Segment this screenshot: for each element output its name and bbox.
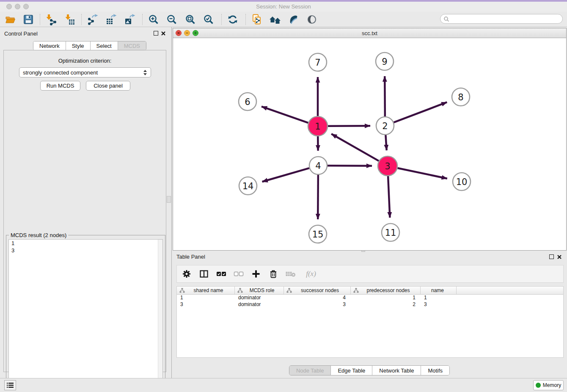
graph-edge-4-3[interactable] bbox=[328, 166, 372, 166]
task-history-button[interactable] bbox=[4, 380, 16, 390]
function-builder-button[interactable]: f(x) bbox=[303, 268, 319, 280]
graph-edge-2-3[interactable] bbox=[385, 135, 386, 150]
graph-node-14[interactable]: 14 bbox=[239, 177, 257, 195]
import-table-button[interactable] bbox=[62, 13, 78, 26]
zoom-selected-button[interactable] bbox=[201, 13, 217, 26]
zoom-in-icon bbox=[148, 14, 160, 25]
toggle-panes-button[interactable] bbox=[198, 268, 209, 280]
float-panel-icon[interactable] bbox=[154, 31, 158, 36]
graph-edge-4-14[interactable] bbox=[262, 168, 309, 182]
close-panel-icon[interactable] bbox=[161, 31, 166, 36]
column-header-successor-nodes[interactable]: successor nodes bbox=[284, 287, 351, 294]
create-column-button[interactable] bbox=[250, 268, 261, 280]
open-session-button[interactable] bbox=[3, 13, 19, 26]
graph-node-10[interactable]: 10 bbox=[453, 173, 471, 190]
zoom-in-button[interactable] bbox=[146, 13, 162, 26]
column-header-name[interactable]: name bbox=[421, 287, 457, 294]
graphics-details-icon bbox=[288, 14, 300, 25]
table-row[interactable]: 3dominator323 bbox=[177, 301, 563, 308]
run-mcds-button[interactable]: Run MCDS bbox=[40, 81, 80, 91]
birdseye-view-button[interactable] bbox=[304, 13, 320, 26]
table-cell[interactable]: 4 bbox=[284, 295, 351, 301]
column-header-shared-name[interactable]: shared name bbox=[177, 287, 235, 294]
control-panel-tabs: Network Style Select MCDS bbox=[33, 41, 146, 50]
table-cell[interactable]: 2 bbox=[351, 301, 421, 308]
zoom-fit-button[interactable] bbox=[182, 13, 198, 26]
tab-network[interactable]: Network bbox=[33, 41, 66, 50]
vertical-splitter-handle[interactable] bbox=[167, 196, 171, 203]
mcds-result-list[interactable]: 1 3 bbox=[8, 239, 163, 392]
graph-edge-2-9[interactable] bbox=[385, 76, 385, 116]
optimization-criterion-select[interactable]: strongly connected component bbox=[19, 67, 151, 77]
apply-layout-button[interactable] bbox=[267, 13, 283, 26]
column-header-predecessor-nodes[interactable]: predecessor nodes bbox=[351, 287, 421, 294]
select-all-columns-button[interactable] bbox=[216, 268, 227, 280]
table-cell[interactable]: 1 bbox=[421, 295, 457, 301]
graph-edge-3-10[interactable] bbox=[397, 168, 447, 179]
delete-column-button[interactable] bbox=[268, 268, 279, 280]
node-label: 9 bbox=[382, 57, 387, 67]
table-cell[interactable]: 1 bbox=[351, 295, 421, 301]
network-view-window: scc.txt 7968124314101511 bbox=[173, 28, 567, 251]
tab-edge-table[interactable]: Edge Table bbox=[331, 366, 372, 375]
table-cell[interactable]: dominator bbox=[235, 295, 284, 301]
table-row[interactable]: 1dominator411 bbox=[177, 295, 563, 301]
graph-edge-1-6[interactable] bbox=[261, 107, 308, 123]
table-cell[interactable]: dominator bbox=[235, 301, 284, 308]
table-cell[interactable]: 3 bbox=[284, 301, 351, 308]
save-session-button[interactable] bbox=[20, 13, 36, 26]
graph-edge-4-15[interactable] bbox=[318, 175, 318, 219]
search-icon bbox=[443, 16, 449, 22]
close-table-panel-icon[interactable] bbox=[557, 254, 562, 259]
table-cell[interactable]: 1 bbox=[177, 295, 235, 301]
graph-node-3[interactable]: 3 bbox=[378, 156, 397, 176]
graph-edge-3-1[interactable] bbox=[331, 134, 379, 161]
graphics-details-button[interactable] bbox=[286, 13, 302, 26]
column-header-mcds-role[interactable]: MCDS role bbox=[235, 287, 284, 294]
import-network-button[interactable] bbox=[43, 13, 59, 26]
graph-node-7[interactable]: 7 bbox=[309, 53, 327, 71]
table-toolbar: f(x) bbox=[176, 265, 564, 283]
titlebar: Session: New Session bbox=[0, 2, 567, 12]
search-input[interactable] bbox=[449, 15, 562, 23]
select-chevrons-icon bbox=[143, 69, 147, 76]
graph-node-1[interactable]: 1 bbox=[308, 116, 328, 136]
export-table-button[interactable] bbox=[103, 13, 119, 26]
table-cell[interactable]: 3 bbox=[421, 301, 457, 308]
graph-node-8[interactable]: 8 bbox=[452, 88, 470, 106]
graph-node-11[interactable]: 11 bbox=[382, 224, 399, 241]
graph-node-9[interactable]: 9 bbox=[376, 52, 394, 70]
delete-table-button[interactable] bbox=[285, 268, 296, 280]
tab-node-table[interactable]: Node Table bbox=[289, 366, 331, 375]
tab-motifs[interactable]: Motifs bbox=[421, 366, 449, 375]
network-window-titlebar[interactable]: scc.txt bbox=[173, 28, 566, 38]
network-window-title: scc.txt bbox=[173, 30, 566, 36]
result-scrollbar[interactable] bbox=[158, 240, 162, 392]
graph-edge-2-8[interactable] bbox=[394, 102, 447, 122]
tab-mcds[interactable]: MCDS bbox=[118, 41, 146, 50]
deselect-all-columns-button[interactable] bbox=[233, 268, 244, 280]
close-panel-button[interactable]: Close panel bbox=[86, 81, 130, 91]
refresh-layout-button[interactable] bbox=[225, 13, 241, 26]
graph-edge-1-2[interactable] bbox=[328, 126, 370, 126]
graph-node-4[interactable]: 4 bbox=[309, 157, 327, 174]
mcds-result-title: MCDS result (2 nodes) bbox=[9, 232, 68, 238]
graph-edge-3-11[interactable] bbox=[388, 176, 390, 218]
float-table-panel-icon[interactable] bbox=[549, 254, 554, 259]
zoom-out-button[interactable] bbox=[164, 13, 180, 26]
table-cell[interactable]: 3 bbox=[177, 301, 235, 308]
network-canvas[interactable]: 7968124314101511 bbox=[173, 38, 566, 250]
memory-button[interactable]: Memory bbox=[533, 380, 564, 390]
export-image-button[interactable] bbox=[122, 13, 138, 26]
graph-node-6[interactable]: 6 bbox=[239, 93, 256, 110]
export-network-button[interactable] bbox=[85, 13, 101, 26]
tab-style[interactable]: Style bbox=[66, 41, 91, 50]
tab-select[interactable]: Select bbox=[91, 41, 118, 50]
result-line: 3 bbox=[9, 247, 162, 254]
node-label: 8 bbox=[458, 92, 463, 102]
tab-network-table[interactable]: Network Table bbox=[372, 366, 421, 375]
graph-node-15[interactable]: 15 bbox=[309, 225, 327, 243]
clone-network-button[interactable] bbox=[249, 13, 265, 26]
graph-node-2[interactable]: 2 bbox=[376, 117, 394, 135]
table-settings-button[interactable] bbox=[181, 268, 192, 280]
